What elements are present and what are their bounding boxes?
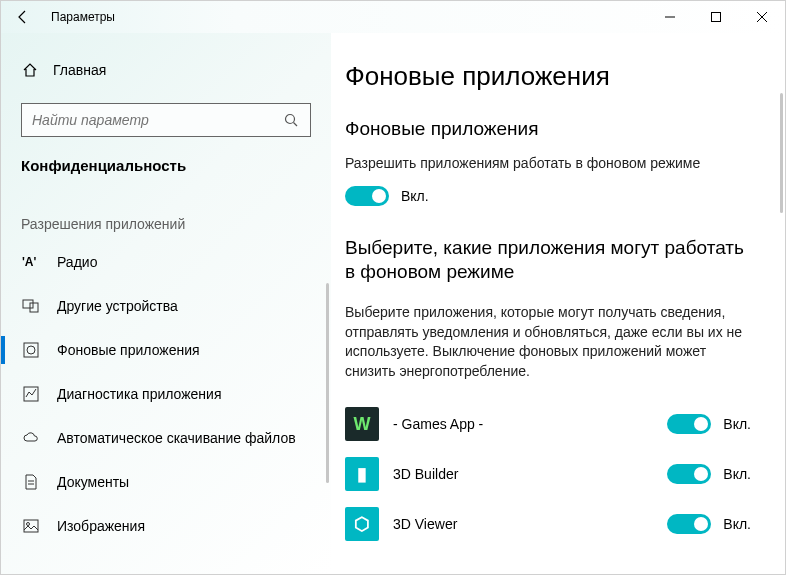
- sidebar-item-label: Радио: [57, 254, 97, 270]
- svg-text:'A': 'A': [22, 255, 37, 269]
- sidebar: Главная Конфиденциальность Разрешения пр…: [1, 33, 331, 574]
- app-row: ▮3D BuilderВкл.: [345, 449, 751, 499]
- sidebar-nav: 'A' Радио Другие устройства Фоновые прил…: [1, 240, 331, 548]
- master-toggle-state: Вкл.: [401, 188, 429, 204]
- app-row: W- Games App -Вкл.: [345, 399, 751, 449]
- sidebar-home[interactable]: Главная: [1, 53, 331, 87]
- sidebar-item-label: Диагностика приложения: [57, 386, 221, 402]
- diagnostics-icon: [21, 384, 41, 404]
- app-toggle-state: Вкл.: [723, 516, 751, 532]
- svg-point-15: [27, 523, 30, 526]
- search-icon: [282, 113, 300, 127]
- svg-rect-1: [712, 13, 721, 22]
- devices-icon: [21, 296, 41, 316]
- section-heading-apps: Выберите, какие приложения могут работат…: [345, 236, 751, 285]
- search-input[interactable]: [32, 112, 282, 128]
- app-row: ⬡3D ViewerВкл.: [345, 499, 751, 549]
- svg-rect-14: [24, 520, 38, 532]
- maximize-button[interactable]: [693, 1, 739, 33]
- main-scrollbar[interactable]: [780, 93, 783, 213]
- sidebar-item-other-devices[interactable]: Другие устройства: [1, 284, 331, 328]
- sidebar-section-title: Конфиденциальность: [1, 157, 331, 192]
- master-toggle-label: Разрешить приложениям работать в фоновом…: [345, 154, 751, 174]
- radio-icon: 'A': [21, 252, 41, 272]
- sidebar-item-label: Автоматическое скачивание файлов: [57, 430, 296, 446]
- apps-description: Выберите приложения, которые могут получ…: [345, 303, 751, 381]
- back-button[interactable]: [1, 1, 45, 33]
- close-button[interactable]: [739, 1, 785, 33]
- apps-list: W- Games App -Вкл.▮3D BuilderВкл.⬡3D Vie…: [345, 399, 751, 549]
- sidebar-item-label: Другие устройства: [57, 298, 178, 314]
- svg-rect-9: [24, 343, 38, 357]
- window-title: Параметры: [45, 10, 115, 24]
- search-input-wrap[interactable]: [21, 103, 311, 137]
- sidebar-subsection: Разрешения приложений: [1, 192, 331, 240]
- sidebar-item-auto-download[interactable]: Автоматическое скачивание файлов: [1, 416, 331, 460]
- sidebar-scrollbar[interactable]: [326, 283, 329, 483]
- app-toggle[interactable]: [667, 414, 711, 434]
- svg-point-4: [286, 115, 295, 124]
- app-toggle[interactable]: [667, 464, 711, 484]
- svg-line-5: [294, 123, 298, 127]
- sidebar-item-radio[interactable]: 'A' Радио: [1, 240, 331, 284]
- sidebar-item-pictures[interactable]: Изображения: [1, 504, 331, 548]
- minimize-button[interactable]: [647, 1, 693, 33]
- titlebar: Параметры: [1, 1, 785, 33]
- svg-rect-7: [23, 300, 33, 308]
- app-icon: ⬡: [345, 507, 379, 541]
- sidebar-home-label: Главная: [53, 62, 106, 78]
- app-icon: W: [345, 407, 379, 441]
- app-name: 3D Viewer: [393, 516, 653, 532]
- sidebar-item-label: Фоновые приложения: [57, 342, 200, 358]
- svg-point-10: [27, 346, 35, 354]
- app-name: 3D Builder: [393, 466, 653, 482]
- section-heading-master: Фоновые приложения: [345, 118, 751, 140]
- main-content: Фоновые приложения Фоновые приложения Ра…: [331, 33, 785, 574]
- sidebar-item-background-apps[interactable]: Фоновые приложения: [1, 328, 331, 372]
- app-icon: ▮: [345, 457, 379, 491]
- app-toggle[interactable]: [667, 514, 711, 534]
- master-toggle[interactable]: [345, 186, 389, 206]
- app-toggle-state: Вкл.: [723, 416, 751, 432]
- sidebar-item-documents[interactable]: Документы: [1, 460, 331, 504]
- app-toggle-state: Вкл.: [723, 466, 751, 482]
- pictures-icon: [21, 516, 41, 536]
- sidebar-item-label: Документы: [57, 474, 129, 490]
- documents-icon: [21, 472, 41, 492]
- cloud-icon: [21, 428, 41, 448]
- app-name: - Games App -: [393, 416, 653, 432]
- page-title: Фоновые приложения: [345, 61, 751, 92]
- background-apps-icon: [21, 340, 41, 360]
- sidebar-item-label: Изображения: [57, 518, 145, 534]
- sidebar-item-app-diagnostics[interactable]: Диагностика приложения: [1, 372, 331, 416]
- home-icon: [21, 61, 39, 79]
